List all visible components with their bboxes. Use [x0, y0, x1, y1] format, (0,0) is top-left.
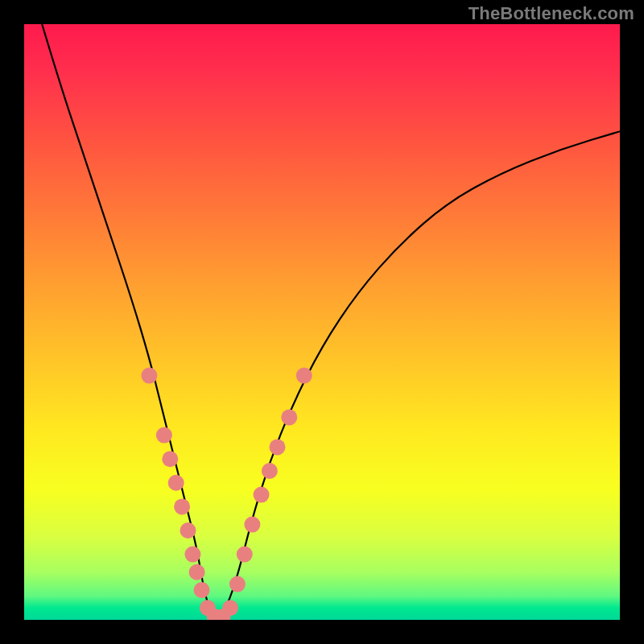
chart-frame: TheBottleneck.com	[0, 0, 644, 644]
plot-background-gradient	[24, 24, 620, 620]
watermark-text: TheBottleneck.com	[469, 3, 634, 24]
